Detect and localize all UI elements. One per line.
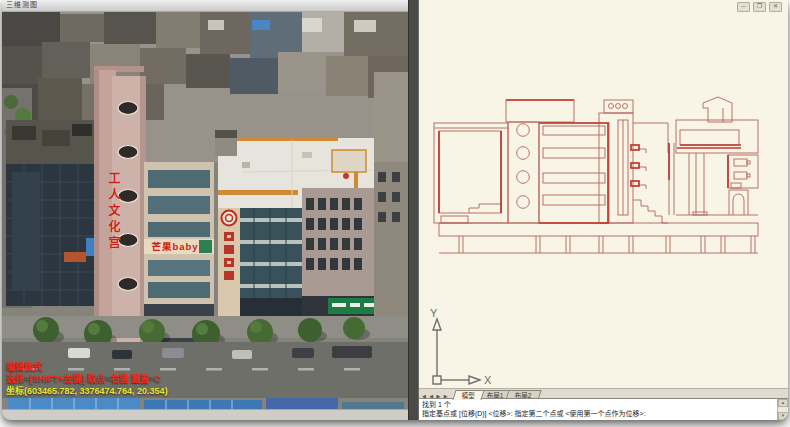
status-line-coordinates: 坐标(603465.782, 3376474.764, 20.354) — [6, 385, 168, 397]
pane-splitter[interactable] — [408, 0, 419, 420]
building-sign-vertical: 工人文化宫 — [105, 172, 122, 272]
photo-pane-title: 三维测图 — [6, 1, 38, 8]
photo-pane-titlebar: 三维测图 — [2, 0, 408, 12]
ucs-x-label: X — [484, 374, 492, 386]
photo-pane-bottom-frame — [2, 409, 408, 420]
cad-pane: ─ ❐ ✕ — [419, 0, 788, 420]
photo-pane: 三维测图 — [2, 0, 408, 420]
ucs-y-label: Y — [430, 307, 438, 319]
aerial-photo-viewport[interactable]: 工人文化宫 芒果baby 编辑模式 选择=[SHIFT+左键] 取点=右键 重置… — [2, 12, 408, 409]
command-scrollbar[interactable]: ▲ ▼ — [777, 399, 788, 420]
aerial-photo — [2, 12, 408, 409]
command-line-1: 找到 1 个 — [422, 400, 776, 409]
status-overlay: 编辑模式 选择=[SHIFT+左键] 取点=右键 重置=C 坐标(603465.… — [6, 361, 168, 397]
minimize-button[interactable]: ─ — [737, 2, 750, 12]
cad-elevation-drawing — [431, 95, 765, 257]
window-controls: ─ ❐ ✕ — [737, 2, 782, 12]
tab-model[interactable]: 模型 — [452, 390, 484, 400]
status-line-hint: 选择=[SHIFT+左键] 取点=右键 重置=C — [6, 373, 168, 385]
restore-button[interactable]: ❐ — [753, 2, 766, 12]
scroll-down-icon[interactable]: ▼ — [778, 412, 788, 420]
close-button[interactable]: ✕ — [769, 2, 782, 12]
status-line-edit-mode: 编辑模式 — [6, 361, 168, 373]
command-line-2: 指定基点或 [位移(D)] <位移>: 指定第二个点或 <使用第一个点作为位移>… — [422, 409, 776, 418]
cad-canvas[interactable]: Y X — [419, 0, 788, 389]
storefront-sign: 芒果baby — [146, 239, 204, 253]
command-line-panel[interactable]: 找到 1 个 指定基点或 [位移(D)] <位移>: 指定第二个点或 <使用第一… — [419, 398, 788, 420]
app-window: 三维测图 — [2, 0, 788, 420]
ucs-icon: Y X — [423, 306, 497, 392]
scroll-up-icon[interactable]: ▲ — [778, 399, 788, 407]
